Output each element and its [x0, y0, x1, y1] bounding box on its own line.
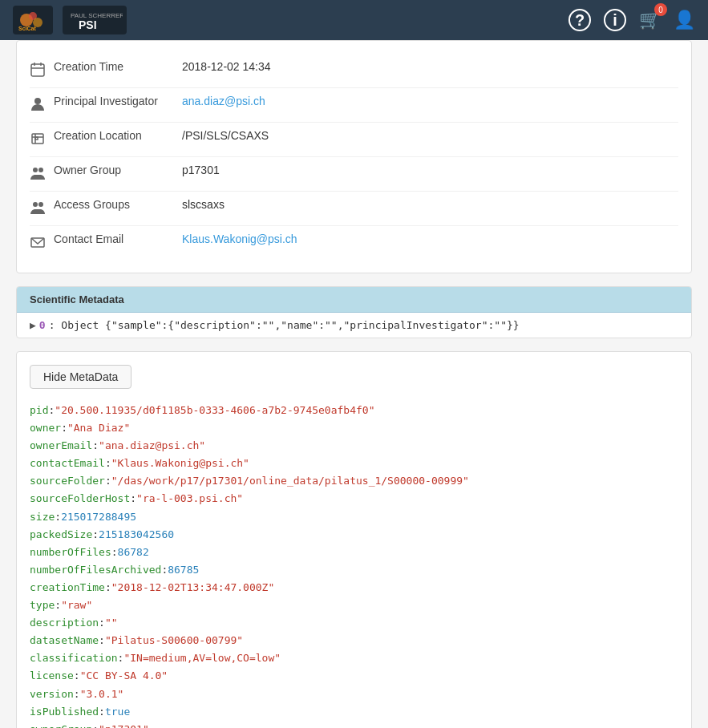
- svg-point-17: [38, 168, 43, 172]
- header-logos: SciCat PAUL SCHERRER INSTITUT PSI: [13, 6, 127, 34]
- main-content: Creation Time 2018-12-02 14:34 Principal…: [0, 40, 708, 728]
- scientific-metadata-header: Scientific Metadata: [17, 287, 691, 313]
- contact-email-link[interactable]: Klaus.Wakonig@psi.ch: [182, 233, 297, 245]
- access-groups-row: Access Groups slscsaxs: [30, 192, 678, 226]
- meta-field-version: version : "3.0.1": [30, 686, 678, 703]
- meta-field-numberOfFilesArchived: numberOfFilesArchived : 86785: [30, 561, 678, 579]
- owner-group-icon: [30, 165, 54, 184]
- meta-field-isPublished: isPublished : true: [30, 703, 678, 721]
- meta-field-creationTime: creationTime : "2018-12-02T13:34:47.000Z…: [30, 579, 678, 597]
- creation-time-label: Creation Time: [54, 60, 182, 73]
- access-groups-value: slscsaxs: [182, 198, 678, 211]
- principal-investigator-value[interactable]: ana.diaz@psi.ch: [182, 95, 678, 107]
- scientific-metadata-container: Scientific Metadata ▶ 0 : Object {"sampl…: [16, 286, 692, 338]
- svg-text:SciCat: SciCat: [18, 26, 36, 31]
- meta-field-contactEmail: contactEmail : "Klaus.Wakonig@psi.ch": [30, 455, 678, 472]
- meta-field-sourceFolder: sourceFolder : "/das/work/p17/p17301/onl…: [30, 472, 678, 490]
- svg-text:PSI: PSI: [79, 18, 97, 31]
- svg-point-18: [33, 202, 38, 207]
- scientific-metadata-body: ▶ 0 : Object {"sample":{"description":""…: [17, 313, 691, 338]
- meta-field-ownerGroup: ownerGroup : "p17301": [30, 721, 678, 728]
- dataset-info-card: Creation Time 2018-12-02 14:34 Principal…: [16, 40, 692, 273]
- meta-field-packedSize: packedSize : 215183042560: [30, 526, 678, 544]
- creation-location-label: Creation Location: [54, 129, 182, 142]
- access-groups-label: Access Groups: [54, 198, 182, 211]
- principal-investigator-icon: [30, 96, 54, 115]
- tree-text: : Object {"sample":{"description":"","na…: [49, 319, 520, 331]
- creation-time-row: Creation Time 2018-12-02 14:34: [30, 54, 678, 88]
- psi-logo: PAUL SCHERRER INSTITUT PSI: [63, 6, 127, 34]
- cart-button[interactable]: 🛒 0: [639, 10, 661, 30]
- app-header: SciCat PAUL SCHERRER INSTITUT PSI ? i 🛒 …: [0, 0, 708, 40]
- svg-rect-7: [31, 64, 44, 76]
- meta-field-numberOfFiles: numberOfFiles : 86782: [30, 544, 678, 561]
- principal-investigator-label: Principal Investigator: [54, 95, 182, 107]
- creation-time-icon: [30, 62, 54, 81]
- scicat-logo: SciCat: [13, 6, 53, 34]
- meta-field-license: license : "CC BY-SA 4.0": [30, 667, 678, 685]
- creation-location-value: /PSI/SLS/CSAXS: [182, 129, 678, 142]
- principal-investigator-link[interactable]: ana.diaz@psi.ch: [182, 95, 265, 107]
- meta-field-owner: owner : "Ana Diaz": [30, 419, 678, 437]
- svg-point-16: [33, 168, 38, 172]
- meta-field-description: description : "": [30, 614, 678, 632]
- metadata-panel: Hide MetaData pid : "20.500.11935/d0f118…: [16, 351, 692, 728]
- header-actions: ? i 🛒 0 👤: [568, 9, 695, 31]
- meta-field-size: size : 215017288495: [30, 508, 678, 526]
- principal-investigator-row: Principal Investigator ana.diaz@psi.ch: [30, 88, 678, 123]
- meta-field-classification: classification : "IN=medium,AV=low,CO=lo…: [30, 649, 678, 667]
- meta-field-type: type : "raw": [30, 597, 678, 614]
- contact-email-value[interactable]: Klaus.Wakonig@psi.ch: [182, 233, 678, 245]
- info-button[interactable]: i: [604, 9, 626, 31]
- creation-location-icon: [30, 131, 54, 150]
- hide-metadata-button[interactable]: Hide MetaData: [30, 365, 131, 389]
- meta-field-ownerEmail: ownerEmail : "ana.diaz@psi.ch": [30, 437, 678, 455]
- meta-field-datasetName: datasetName : "Pilatus-S00600-00799": [30, 632, 678, 649]
- owner-group-value: p17301: [182, 164, 678, 176]
- meta-field-pid: pid : "20.500.11935/d0f1185b-0333-4606-a…: [30, 402, 678, 419]
- access-groups-icon: [30, 200, 54, 219]
- user-avatar[interactable]: 👤: [674, 10, 695, 30]
- tree-toggle[interactable]: ▶: [30, 319, 36, 331]
- tree-row-0: ▶ 0 : Object {"sample":{"description":""…: [30, 319, 678, 331]
- metadata-json: pid : "20.500.11935/d0f1185b-0333-4606-a…: [30, 402, 678, 728]
- meta-field-sourceFolderHost: sourceFolderHost : "ra-l-003.psi.ch": [30, 490, 678, 508]
- owner-group-label: Owner Group: [54, 164, 182, 176]
- contact-email-row: Contact Email Klaus.Wakonig@psi.ch: [30, 226, 678, 260]
- creation-time-value: 2018-12-02 14:34: [182, 60, 678, 73]
- svg-point-19: [38, 202, 43, 207]
- creation-location-row: Creation Location /PSI/SLS/CSAXS: [30, 123, 678, 157]
- svg-point-11: [34, 98, 41, 104]
- contact-email-icon: [30, 234, 54, 253]
- owner-group-row: Owner Group p17301: [30, 157, 678, 192]
- help-button[interactable]: ?: [568, 9, 591, 31]
- cart-badge: 0: [654, 3, 667, 16]
- contact-email-label: Contact Email: [54, 233, 182, 245]
